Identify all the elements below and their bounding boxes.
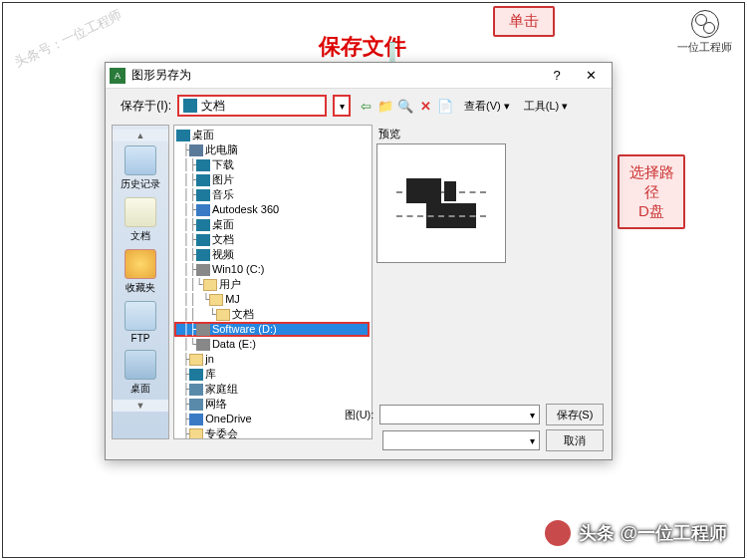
save-as-dialog: A 图形另存为 ? ✕ 保存于(I): 文档 ▾ ⇦ 📁 🔍 ✕ 📄 查看(V)… <box>105 62 613 460</box>
sidebar-item-favorites[interactable]: 收藏夹 <box>117 247 164 297</box>
sidebar-item-desktop[interactable]: 桌面 <box>117 348 164 398</box>
history-icon <box>124 145 156 175</box>
avatar-icon <box>543 518 573 548</box>
new-folder-icon[interactable]: 📄 <box>436 97 454 115</box>
sidebar-item-history[interactable]: 历史记录 <box>117 143 164 193</box>
filename-dropdown[interactable]: ▾ <box>379 405 540 424</box>
folder-icon <box>183 99 197 113</box>
delete-icon[interactable]: ✕ <box>416 97 434 115</box>
update-link-label: 图(U): <box>345 408 374 422</box>
watermark-bottom-right: 头条 @一位工程师 <box>543 518 727 548</box>
help-button[interactable]: ? <box>540 64 574 88</box>
preview-label: 预览 <box>376 127 608 141</box>
save-in-label: 保存于(I): <box>114 98 171 115</box>
logo-top-right: 一位工程师 <box>677 10 732 55</box>
dialog-title: 图形另存为 <box>131 67 191 84</box>
tao-icon <box>691 10 719 38</box>
folder-tree[interactable]: 桌面 ├此电脑 │├下载 │├图片 │├音乐 │├Autodesk 360 │├… <box>173 125 373 439</box>
callout-click: 单击 <box>493 6 555 37</box>
preview-thumbnail <box>376 143 506 263</box>
filetype-dropdown[interactable]: ▾ <box>382 430 540 450</box>
cancel-button[interactable]: 取消 <box>546 429 604 451</box>
sidebar-item-ftp[interactable]: FTP <box>117 299 164 346</box>
callout-select-path: 选择路径 D盘 <box>618 154 685 229</box>
view-menu[interactable]: 查看(V) ▾ <box>460 97 514 116</box>
scroll-up-icon[interactable]: ▲ <box>113 130 168 141</box>
drawing-preview <box>396 173 486 233</box>
titlebar: A 图形另存为 ? ✕ <box>106 63 612 89</box>
tree-item-drive-d[interactable]: │├Software (D:) <box>174 322 370 337</box>
ftp-icon <box>124 301 156 331</box>
documents-icon <box>124 197 156 227</box>
close-button[interactable]: ✕ <box>574 64 608 88</box>
dropdown-arrow-button[interactable]: ▾ <box>333 95 351 117</box>
save-in-value: 文档 <box>201 98 225 115</box>
app-icon: A <box>110 68 125 84</box>
save-button[interactable]: 保存(S) <box>546 404 604 425</box>
up-folder-icon[interactable]: 📁 <box>376 97 394 115</box>
desktop-icon <box>124 350 156 380</box>
places-bar: ▲ 历史记录 文档 收藏夹 FTP 桌面 ▼ <box>112 125 169 439</box>
scroll-down-icon[interactable]: ▼ <box>113 400 168 412</box>
sidebar-item-documents[interactable]: 文档 <box>117 195 164 245</box>
favorites-icon <box>124 249 156 279</box>
save-in-dropdown[interactable]: 文档 <box>177 95 327 117</box>
back-icon[interactable]: ⇦ <box>357 97 374 115</box>
search-icon[interactable]: 🔍 <box>396 97 414 115</box>
tools-menu[interactable]: 工具(L) ▾ <box>520 97 573 116</box>
